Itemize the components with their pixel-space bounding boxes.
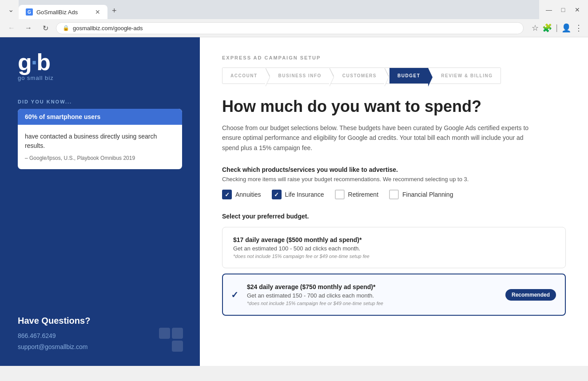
retirement-label: Retirement bbox=[348, 191, 378, 198]
sidebar: g·b go small biz DID YOU KNOW... 60% of … bbox=[0, 37, 200, 366]
browser-chrome: ⌄ G GoSmallBiz Ads ✕ + — □ ✕ ← → ↻ 🔒 gos… bbox=[0, 0, 588, 37]
budget-card-750[interactable]: ✓ $24 daily average ($750 monthly ad spe… bbox=[222, 274, 566, 316]
fact-source: – Google/Ipsos, U.S., Playbook Omnibus 2… bbox=[25, 154, 175, 162]
annuities-checkbox[interactable] bbox=[222, 190, 232, 199]
fact-highlight: 60% of smartphone users bbox=[18, 109, 182, 125]
logo-text: g·b bbox=[18, 51, 182, 74]
annuities-label: Annuities bbox=[235, 191, 261, 198]
checkbox-financial-planning[interactable]: Financial Planning bbox=[389, 190, 453, 199]
page-content: g·b go small biz DID YOU KNOW... 60% of … bbox=[0, 37, 588, 366]
maximize-button[interactable]: □ bbox=[557, 4, 569, 16]
financial-planning-checkbox[interactable] bbox=[389, 190, 399, 199]
products-checkboxes: Annuities Life Insurance Retirement Fina… bbox=[222, 190, 566, 199]
back-button[interactable]: ← bbox=[5, 22, 18, 34]
budget-heading: Select your preferred budget. bbox=[222, 213, 566, 220]
fact-body: have contacted a business directly using… bbox=[18, 125, 182, 169]
budget-500-title: $17 daily average ($500 monthly ad spend… bbox=[233, 236, 555, 243]
did-you-know-label: DID YOU KNOW... bbox=[18, 99, 182, 104]
logo-subtitle: go small biz bbox=[18, 75, 182, 81]
page-description: Choose from our budget selections below.… bbox=[222, 123, 533, 153]
checkbox-life-insurance[interactable]: Life Insurance bbox=[272, 190, 324, 199]
close-button[interactable]: ✕ bbox=[571, 4, 584, 16]
url-text: gosmallbiz.com/google-ads bbox=[73, 25, 517, 32]
tab-close-button[interactable]: ✕ bbox=[95, 8, 100, 16]
checkbox-annuities[interactable]: Annuities bbox=[222, 190, 261, 199]
main-content: EXPRESS AD CAMPAIGN SETUP ACCOUNT BUSINE… bbox=[200, 37, 588, 366]
forward-button[interactable]: → bbox=[22, 22, 35, 34]
bookmark-icon[interactable]: ☆ bbox=[532, 23, 539, 33]
profile-icon[interactable]: 👤 bbox=[561, 23, 571, 33]
sidebar-logo-bottom bbox=[155, 324, 187, 357]
financial-planning-label: Financial Planning bbox=[402, 191, 453, 198]
step-business-info[interactable]: BUSINESS INFO bbox=[270, 68, 330, 83]
reload-button[interactable]: ↻ bbox=[39, 22, 52, 34]
lock-icon: 🔒 bbox=[63, 25, 69, 31]
retirement-checkbox[interactable] bbox=[335, 190, 345, 199]
window-controls: ⌄ bbox=[4, 4, 17, 16]
profile-dropdown-btn[interactable]: ⌄ bbox=[4, 4, 17, 16]
budget-card-500[interactable]: $17 daily average ($500 monthly ad spend… bbox=[222, 227, 566, 268]
page-title: How much do you want to spend? bbox=[222, 97, 566, 116]
divider: | bbox=[556, 23, 558, 33]
products-section: Check which products/services you would … bbox=[222, 166, 566, 199]
bottom-logo-icon bbox=[155, 324, 187, 355]
step-account[interactable]: ACCOUNT bbox=[222, 68, 266, 83]
selected-checkmark: ✓ bbox=[231, 290, 238, 300]
checkbox-retirement[interactable]: Retirement bbox=[335, 190, 378, 199]
budget-500-note: *does not include 15% campaign fee or $4… bbox=[233, 254, 555, 259]
step-customers[interactable]: CUSTOMERS bbox=[334, 68, 385, 83]
tab-favicon: G bbox=[26, 8, 33, 16]
svg-rect-2 bbox=[172, 341, 183, 352]
products-heading: Check which products/services you would … bbox=[222, 166, 566, 173]
menu-icon[interactable]: ⋮ bbox=[575, 23, 583, 33]
step-review-billing[interactable]: REVIEW & BILLING bbox=[433, 68, 501, 83]
life-insurance-checkbox[interactable] bbox=[272, 190, 282, 199]
recommended-badge: Recommended bbox=[505, 289, 556, 301]
step-budget[interactable]: BUDGET bbox=[389, 68, 428, 83]
svg-rect-1 bbox=[172, 328, 183, 339]
life-insurance-label: Life Insurance bbox=[285, 191, 324, 198]
fact-card: 60% of smartphone users have contacted a… bbox=[18, 109, 182, 169]
stepper: ACCOUNT BUSINESS INFO CUSTOMERS BUDGET bbox=[222, 67, 501, 84]
address-bar: ← → ↻ 🔒 gosmallbiz.com/google-ads ☆ 🧩 | … bbox=[0, 19, 588, 37]
title-bar: ⌄ G GoSmallBiz Ads ✕ + — □ ✕ bbox=[0, 0, 588, 19]
budget-section: Select your preferred budget. $17 daily … bbox=[222, 213, 566, 316]
budget-750-note: *does not include 15% campaign fee or $4… bbox=[247, 301, 554, 306]
minimize-button[interactable]: — bbox=[543, 4, 555, 16]
active-tab[interactable]: G GoSmallBiz Ads ✕ bbox=[19, 5, 107, 19]
svg-rect-0 bbox=[159, 328, 170, 339]
fact-text: have contacted a business directly using… bbox=[25, 133, 157, 149]
extensions-icon[interactable]: 🧩 bbox=[542, 23, 552, 33]
budget-500-clicks: Get an estimated 100 - 500 ad clicks eac… bbox=[233, 245, 555, 252]
url-bar[interactable]: 🔒 gosmallbiz.com/google-ads bbox=[56, 22, 524, 34]
new-tab-button[interactable]: + bbox=[107, 3, 121, 19]
section-label: EXPRESS AD CAMPAIGN SETUP bbox=[222, 55, 566, 60]
tab-title: GoSmallBiz Ads bbox=[36, 9, 78, 16]
logo-container: g·b go small biz bbox=[18, 51, 182, 81]
products-subtext: Checking more items will raise your budg… bbox=[222, 176, 566, 183]
